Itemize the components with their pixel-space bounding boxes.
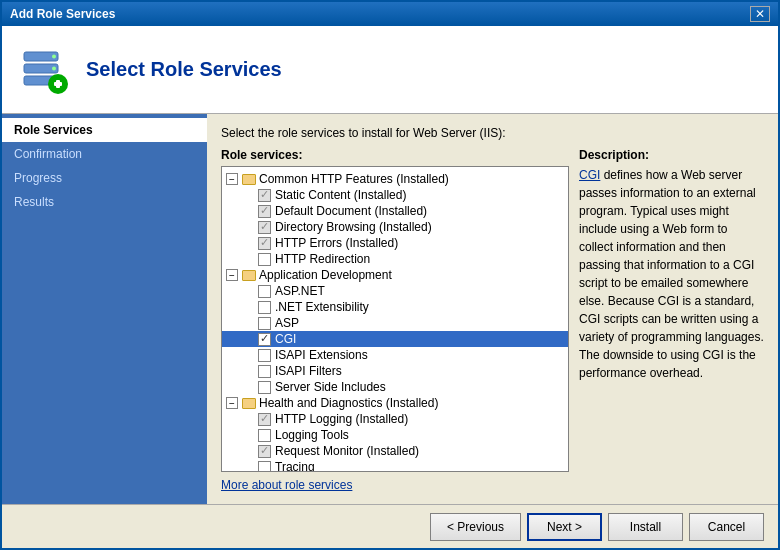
- tree-item-label: HTTP Logging (Installed): [275, 412, 408, 426]
- tree-item-label: Request Monitor (Installed): [275, 444, 419, 458]
- tree-item-label: ASP: [275, 316, 299, 330]
- services-label: Role services:: [221, 148, 569, 162]
- checkbox-unchecked[interactable]: [258, 461, 271, 473]
- tree-item[interactable]: Static Content (Installed): [222, 187, 568, 203]
- tree-item[interactable]: −Common HTTP Features (Installed): [222, 171, 568, 187]
- folder-icon: [242, 174, 256, 185]
- checkbox-unchecked[interactable]: [258, 317, 271, 330]
- svg-point-3: [52, 54, 56, 58]
- description-body: defines how a Web server passes informat…: [579, 168, 764, 380]
- tree-item-label: Tracing: [275, 460, 315, 472]
- description-text: CGI defines how a Web server passes info…: [579, 166, 764, 382]
- next-button[interactable]: Next >: [527, 513, 602, 541]
- sidebar-item-progress: Progress: [2, 166, 207, 190]
- tree-item-label: Health and Diagnostics (Installed): [259, 396, 438, 410]
- checkbox-unchecked[interactable]: [258, 365, 271, 378]
- svg-point-4: [52, 66, 56, 70]
- tree-toggle[interactable]: −: [226, 397, 238, 409]
- checkbox-disabled: [258, 189, 271, 202]
- checkbox-unchecked[interactable]: [258, 381, 271, 394]
- tree-item-label: HTTP Redirection: [275, 252, 370, 266]
- tree-item[interactable]: HTTP Errors (Installed): [222, 235, 568, 251]
- tree-item-label: CGI: [275, 332, 296, 346]
- page-title: Select Role Services: [86, 58, 282, 81]
- tree-item-label: Default Document (Installed): [275, 204, 427, 218]
- checkbox-unchecked[interactable]: [258, 285, 271, 298]
- checkbox-disabled: [258, 205, 271, 218]
- sidebar-item-results: Results: [2, 190, 207, 214]
- tree-toggle[interactable]: −: [226, 269, 238, 281]
- tree-item-label: Server Side Includes: [275, 380, 386, 394]
- tree-item[interactable]: Default Document (Installed): [222, 203, 568, 219]
- svg-rect-8: [54, 82, 62, 86]
- tree-item[interactable]: HTTP Redirection: [222, 251, 568, 267]
- tree-item[interactable]: ASP: [222, 315, 568, 331]
- tree-item[interactable]: Request Monitor (Installed): [222, 443, 568, 459]
- checkbox-unchecked[interactable]: [258, 253, 271, 266]
- checkbox-disabled: [258, 221, 271, 234]
- close-button[interactable]: ✕: [750, 6, 770, 22]
- tree-toggle[interactable]: −: [226, 173, 238, 185]
- checkbox-unchecked[interactable]: [258, 429, 271, 442]
- tree-item-label: Application Development: [259, 268, 392, 282]
- description-link[interactable]: CGI: [579, 168, 600, 182]
- more-link[interactable]: More about role services: [221, 478, 764, 492]
- sidebar-item-confirmation: Confirmation: [2, 142, 207, 166]
- tree-item-label: .NET Extensibility: [275, 300, 369, 314]
- content-body: Role services: −Common HTTP Features (In…: [221, 148, 764, 472]
- tree-item[interactable]: .NET Extensibility: [222, 299, 568, 315]
- tree-view: −Common HTTP Features (Installed)Static …: [222, 167, 568, 472]
- instruction-text: Select the role services to install for …: [221, 126, 764, 140]
- tree-item[interactable]: Logging Tools: [222, 427, 568, 443]
- main-content: Role Services Confirmation Progress Resu…: [2, 114, 778, 504]
- window-title: Add Role Services: [10, 7, 115, 21]
- checkbox-unchecked[interactable]: [258, 301, 271, 314]
- tree-item-label: ISAPI Filters: [275, 364, 342, 378]
- main-window: Add Role Services ✕ Select Role Services: [0, 0, 780, 550]
- description-panel: Description: CGI defines how a Web serve…: [579, 148, 764, 472]
- tree-item[interactable]: −Health and Diagnostics (Installed): [222, 395, 568, 411]
- footer: < Previous Next > Install Cancel: [2, 504, 778, 548]
- tree-item-label: Directory Browsing (Installed): [275, 220, 432, 234]
- folder-icon: [242, 270, 256, 281]
- services-list[interactable]: −Common HTTP Features (Installed)Static …: [221, 166, 569, 472]
- tree-item-label: ASP.NET: [275, 284, 325, 298]
- header-area: Select Role Services: [2, 26, 778, 114]
- tree-item-label: Static Content (Installed): [275, 188, 406, 202]
- services-panel: Role services: −Common HTTP Features (In…: [221, 148, 569, 472]
- cancel-button[interactable]: Cancel: [689, 513, 764, 541]
- tree-item[interactable]: ISAPI Filters: [222, 363, 568, 379]
- tree-item-label: ISAPI Extensions: [275, 348, 368, 362]
- sidebar-item-role-services[interactable]: Role Services: [2, 118, 207, 142]
- checkbox-disabled: [258, 237, 271, 250]
- tree-item-label: HTTP Errors (Installed): [275, 236, 398, 250]
- tree-item[interactable]: Server Side Includes: [222, 379, 568, 395]
- checkbox-disabled: [258, 413, 271, 426]
- checkbox-unchecked[interactable]: [258, 349, 271, 362]
- tree-item[interactable]: HTTP Logging (Installed): [222, 411, 568, 427]
- tree-item[interactable]: CGI: [222, 331, 568, 347]
- tree-item[interactable]: ISAPI Extensions: [222, 347, 568, 363]
- tree-item[interactable]: −Application Development: [222, 267, 568, 283]
- checkbox-checked[interactable]: [258, 333, 271, 346]
- tree-item[interactable]: Tracing: [222, 459, 568, 472]
- sidebar: Role Services Confirmation Progress Resu…: [2, 114, 207, 504]
- tree-item-label: Common HTTP Features (Installed): [259, 172, 449, 186]
- checkbox-disabled: [258, 445, 271, 458]
- title-bar: Add Role Services ✕: [2, 2, 778, 26]
- content-area: Select the role services to install for …: [207, 114, 778, 504]
- header-icon: [18, 44, 70, 96]
- previous-button[interactable]: < Previous: [430, 513, 521, 541]
- tree-item[interactable]: Directory Browsing (Installed): [222, 219, 568, 235]
- install-button[interactable]: Install: [608, 513, 683, 541]
- tree-item[interactable]: ASP.NET: [222, 283, 568, 299]
- description-label: Description:: [579, 148, 764, 162]
- folder-icon: [242, 398, 256, 409]
- tree-item-label: Logging Tools: [275, 428, 349, 442]
